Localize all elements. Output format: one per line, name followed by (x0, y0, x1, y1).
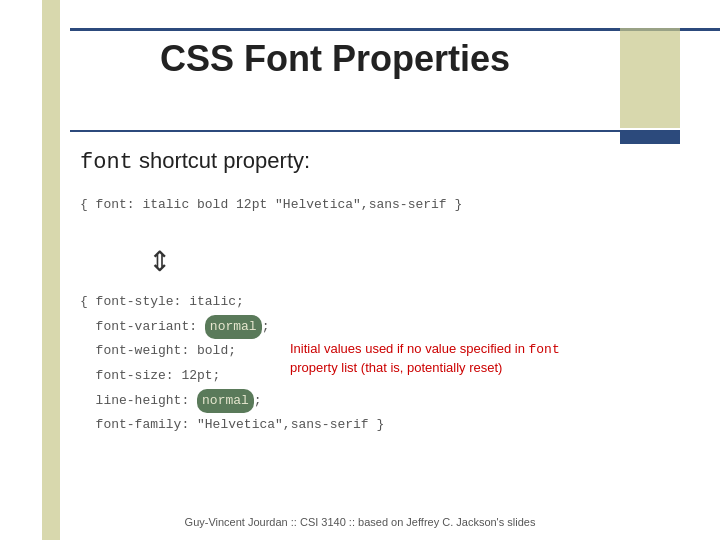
code-line-family: font-family: "Helvetica",sans-serif } (80, 417, 384, 432)
footer-text: Guy-Vincent Jourdan :: CSI 3140 :: based… (0, 516, 720, 528)
highlight-normal-2: normal (197, 389, 254, 414)
code-block-1: { font: italic bold 12pt "Helvetica",san… (80, 195, 462, 216)
highlight-normal-1: normal (205, 315, 262, 340)
annotation-line1: Initial values used if no value specifie… (290, 341, 560, 356)
second-bar-decoration (70, 130, 680, 132)
code-line-brace-open: { font-style: italic; (80, 294, 244, 309)
arrow-symbol: ⇕ (148, 248, 171, 276)
annotation-line2: property list (that is, potentially rese… (290, 360, 502, 375)
annotation-box: Initial values used if no value specifie… (290, 340, 560, 377)
heading-text: shortcut property: (133, 148, 310, 173)
page-title: CSS Font Properties (160, 38, 510, 80)
heading-code: font (80, 150, 133, 175)
code-line-variant: font-variant: normal; (80, 319, 269, 334)
code-line-1: { font: italic bold 12pt "Helvetica",san… (80, 197, 462, 212)
section-heading: font shortcut property: (80, 148, 310, 175)
code-line-size: font-size: 12pt; (80, 368, 220, 383)
right-accent-top-decoration (620, 28, 680, 128)
annotation-code: font (528, 342, 559, 357)
left-stripe-decoration (42, 0, 60, 540)
code-line-lineheight: line-height: normal; (80, 393, 262, 408)
code-line-weight: font-weight: bold; (80, 343, 236, 358)
annotation-text-1: Initial values used if no value specifie… (290, 341, 528, 356)
right-accent-bottom-decoration (620, 130, 680, 144)
